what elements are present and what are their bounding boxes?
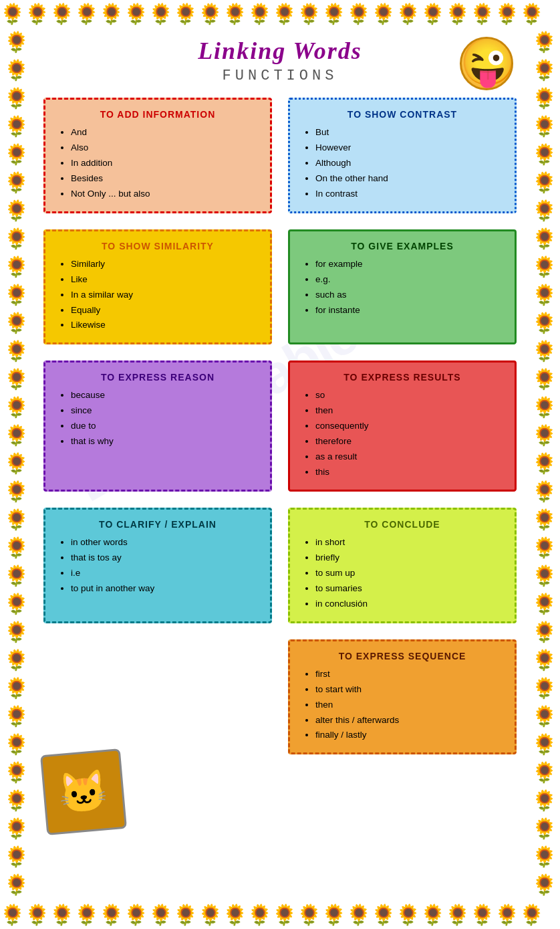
card-express-reason-title: TO EXPRESS REASON bbox=[56, 372, 259, 383]
list-item: Likewise bbox=[71, 318, 259, 333]
list-item: since bbox=[71, 403, 259, 419]
card-show-similarity: TO SHOW SIMILARITY Similarly Like In a s… bbox=[43, 229, 272, 345]
list-item: therefore bbox=[315, 434, 504, 449]
list-item: And bbox=[71, 125, 259, 140]
card-sequence-list: first to start with then alter this / af… bbox=[301, 667, 504, 744]
list-item: In addition bbox=[71, 156, 259, 171]
list-item: i.e bbox=[71, 566, 259, 581]
list-item: Besides bbox=[71, 171, 259, 187]
list-item: then bbox=[315, 698, 504, 713]
card-add-info-title: TO ADD INFORMATION bbox=[56, 109, 259, 120]
list-item: But bbox=[315, 125, 504, 140]
list-item: in conclusión bbox=[315, 597, 504, 612]
list-item: e.g. bbox=[315, 272, 504, 288]
list-item: In a similar way bbox=[71, 288, 259, 303]
row-5: TO EXPRESS SEQUENCE first to start with … bbox=[43, 639, 517, 755]
card-give-examples: TO GIVE EXAMPLES for example e.g. such a… bbox=[288, 229, 517, 345]
page-subtitle: FUNCTIONS bbox=[43, 68, 517, 84]
page-wrapper: 🌻🌻🌻🌻🌻🌻🌻🌻🌻🌻🌻🌻🌻🌻🌻🌻🌻🌻🌻🌻🌻🌻 🌻🌻🌻🌻🌻🌻🌻🌻🌻🌻🌻🌻🌻🌻🌻🌻🌻… bbox=[0, 0, 560, 929]
card-show-similarity-title: TO SHOW SIMILARITY bbox=[56, 241, 259, 251]
card-clarify: TO CLARIFY / EXPLAIN in other words that… bbox=[43, 508, 272, 623]
list-item: Equally bbox=[71, 303, 259, 318]
list-item: then bbox=[315, 403, 504, 419]
page-title: Linking Words bbox=[43, 37, 517, 65]
card-show-similarity-list: Similarly Like In a similar way Equally … bbox=[56, 257, 259, 334]
garfield-decoration bbox=[40, 748, 127, 835]
list-item: On the other hand bbox=[315, 171, 504, 187]
card-express-reason: TO EXPRESS REASON because since due to t… bbox=[43, 360, 272, 492]
list-item: briefly bbox=[315, 550, 504, 566]
card-add-info: TO ADD INFORMATION And Also In addition … bbox=[43, 98, 272, 213]
list-item: Although bbox=[315, 156, 504, 171]
card-sequence-title: TO EXPRESS SEQUENCE bbox=[301, 651, 504, 661]
list-item: because bbox=[71, 388, 259, 403]
list-item: Like bbox=[71, 272, 259, 288]
card-conclude-list: in short briefly to sum up to sumaries i… bbox=[301, 535, 504, 612]
card-conclude: TO CONCLUDE in short briefly to sum up t… bbox=[288, 508, 517, 623]
list-item: to sumaries bbox=[315, 581, 504, 597]
list-item: consequently bbox=[315, 419, 504, 434]
card-express-results: TO EXPRESS RESULTS so then consequently … bbox=[288, 360, 517, 492]
row-3: TO EXPRESS REASON because since due to t… bbox=[43, 360, 517, 492]
row-4: TO CLARIFY / EXPLAIN in other words that… bbox=[43, 508, 517, 623]
list-item: such as bbox=[315, 288, 504, 303]
emoji-decoration bbox=[460, 37, 513, 90]
card-add-info-list: And Also In addition Besides Not Only ..… bbox=[56, 125, 259, 202]
list-item: to start with bbox=[315, 682, 504, 698]
list-item: in short bbox=[315, 535, 504, 550]
list-item: Not Only ... but also bbox=[71, 187, 259, 202]
list-item: in other words bbox=[71, 535, 259, 550]
card-sequence: TO EXPRESS SEQUENCE first to start with … bbox=[288, 639, 517, 755]
card-express-reason-list: because since due to that is why bbox=[56, 388, 259, 449]
card-give-examples-list: for example e.g. such as for instante bbox=[301, 257, 504, 318]
list-item: However bbox=[315, 140, 504, 156]
border-bottom: 🌻🌻🌻🌻🌻🌻🌻🌻🌻🌻🌻🌻🌻🌻🌻🌻🌻🌻🌻🌻🌻🌻 bbox=[0, 901, 560, 929]
list-item: that is why bbox=[71, 434, 259, 449]
row-1: TO ADD INFORMATION And Also In addition … bbox=[43, 98, 517, 213]
card-show-contrast-title: TO SHOW CONTRAST bbox=[301, 109, 504, 120]
list-item: that is tos ay bbox=[71, 550, 259, 566]
list-item: as a result bbox=[315, 449, 504, 465]
main-content: Linking Words FUNCTIONS TO ADD INFORMATI… bbox=[0, 0, 560, 801]
list-item: finally / lastly bbox=[315, 728, 504, 743]
card-clarify-list: in other words that is tos ay i.e to put… bbox=[56, 535, 259, 597]
list-item: for instante bbox=[315, 303, 504, 318]
list-item: Similarly bbox=[71, 257, 259, 272]
list-item: to put in another way bbox=[71, 581, 259, 597]
list-item: Also bbox=[71, 140, 259, 156]
list-item: this bbox=[315, 465, 504, 480]
list-item: to sum up bbox=[315, 566, 504, 581]
card-show-contrast-list: But However Although On the other hand I… bbox=[301, 125, 504, 202]
list-item: due to bbox=[71, 419, 259, 434]
list-item: first bbox=[315, 667, 504, 682]
card-express-results-title: TO EXPRESS RESULTS bbox=[301, 372, 504, 383]
card-give-examples-title: TO GIVE EXAMPLES bbox=[301, 241, 504, 251]
list-item: alter this / afterwards bbox=[315, 713, 504, 728]
card-show-contrast: TO SHOW CONTRAST But However Although On… bbox=[288, 98, 517, 213]
title-section: Linking Words FUNCTIONS bbox=[43, 37, 517, 84]
list-item: so bbox=[315, 388, 504, 403]
card-conclude-title: TO CONCLUDE bbox=[301, 519, 504, 530]
list-item: In contrast bbox=[315, 187, 504, 202]
card-express-results-list: so then consequently therefore as a resu… bbox=[301, 388, 504, 480]
card-clarify-title: TO CLARIFY / EXPLAIN bbox=[56, 519, 259, 530]
row-2: TO SHOW SIMILARITY Similarly Like In a s… bbox=[43, 229, 517, 345]
list-item: for example bbox=[315, 257, 504, 272]
